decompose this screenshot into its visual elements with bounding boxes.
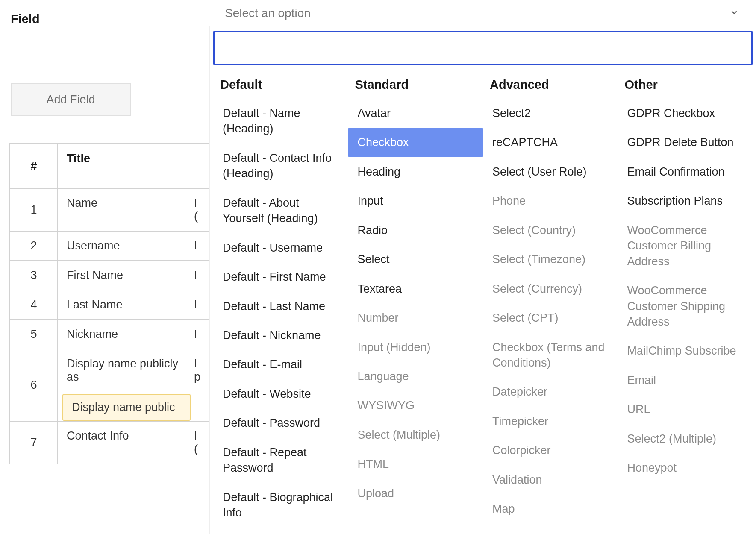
row-title: First Name	[58, 261, 191, 290]
option-item[interactable]: Default - About Yourself (Heading)	[213, 188, 348, 233]
option-item[interactable]: Map	[483, 494, 618, 523]
option-item[interactable]: Input (Hidden)	[348, 333, 483, 362]
option-list: Select2reCAPTCHASelect (User Role)PhoneS…	[483, 99, 618, 524]
chevron-down-icon	[730, 6, 739, 20]
option-item[interactable]: reCAPTCHA	[483, 128, 618, 157]
row-number: 5	[10, 320, 58, 349]
option-item[interactable]: Timepicker	[483, 407, 618, 436]
option-list: Default - Name (Heading)Default - Contac…	[213, 99, 348, 527]
option-item[interactable]: Input	[348, 186, 483, 215]
row-number: 3	[10, 261, 58, 290]
option-item[interactable]: Radio	[348, 216, 483, 245]
option-item[interactable]: Default - E-mail	[213, 350, 348, 379]
row-title: Contact Info	[58, 421, 191, 464]
option-item[interactable]: Select (Country)	[483, 216, 618, 245]
table-row[interactable]: 4Last NameI	[10, 290, 209, 320]
table-header-cut	[191, 144, 209, 188]
option-item[interactable]: Subscription Plans	[618, 186, 753, 215]
option-item[interactable]: Default - First Name	[213, 262, 348, 291]
option-item[interactable]: Select (Currency)	[483, 274, 618, 303]
table-header-num: #	[10, 144, 58, 188]
option-item[interactable]: Default - Website	[213, 379, 348, 408]
row-right-cut: I	[191, 320, 209, 349]
option-list: GDPR CheckboxGDPR Delete ButtonEmail Con…	[618, 99, 753, 483]
dropdown-placeholder: Select an option	[225, 6, 311, 20]
option-item[interactable]: Select (Multiple)	[348, 420, 483, 449]
option-item[interactable]: Select	[348, 245, 483, 274]
row-number: 6	[10, 349, 58, 421]
table-header-title: Title	[58, 144, 191, 188]
option-list: AvatarCheckboxHeadingInputRadioSelectTex…	[348, 99, 483, 508]
row-title: Nickname	[58, 320, 191, 349]
row-title-text: Display name publicly as	[58, 349, 191, 391]
option-item[interactable]: MailChimp Subscribe	[618, 336, 753, 365]
option-item[interactable]: Default - Username	[213, 233, 348, 262]
row-title: Display name publicly asDisplay name pub…	[58, 349, 191, 421]
option-item[interactable]: GDPR Delete Button	[618, 128, 753, 157]
option-item[interactable]: WooCommerce Customer Shipping Address	[618, 276, 753, 336]
field-type-dropdown[interactable]: Select an option	[209, 0, 756, 26]
option-column: AdvancedSelect2reCAPTCHASelect (User Rol…	[483, 74, 618, 527]
option-item[interactable]: Colorpicker	[483, 436, 618, 465]
dropdown-panel: DefaultDefault - Name (Heading)Default -…	[209, 26, 756, 534]
option-item[interactable]: Select2 (Multiple)	[618, 424, 753, 453]
row-number: 1	[10, 188, 58, 231]
row-right-cut: I	[191, 231, 209, 261]
table-row[interactable]: 1NameI (	[10, 188, 209, 231]
option-item[interactable]: Default - Repeat Password	[213, 438, 348, 483]
option-item[interactable]: Default - Password	[213, 408, 348, 437]
option-item[interactable]: Checkbox (Terms and Conditions)	[483, 333, 618, 378]
option-item[interactable]: Upload	[348, 479, 483, 508]
option-column: DefaultDefault - Name (Heading)Default -…	[213, 74, 348, 527]
row-number: 4	[10, 290, 58, 320]
table-row[interactable]: 5NicknameI	[10, 320, 209, 349]
option-item[interactable]: Avatar	[348, 99, 483, 128]
option-item[interactable]: WooCommerce Customer Billing Address	[618, 216, 753, 276]
option-item[interactable]: Validation	[483, 465, 618, 494]
row-number: 2	[10, 231, 58, 261]
option-item[interactable]: Default - Nickname	[213, 321, 348, 350]
option-item[interactable]: HTML	[348, 449, 483, 478]
option-item[interactable]: Default - Last Name	[213, 292, 348, 321]
row-tooltip: Display name public	[62, 394, 191, 421]
table-row[interactable]: 3First NameI	[10, 261, 209, 290]
option-item[interactable]: Honeypot	[618, 453, 753, 482]
option-item[interactable]: Heading	[348, 157, 483, 186]
add-field-button[interactable]: Add Field	[11, 83, 131, 116]
option-item[interactable]: Default - Contact Info (Heading)	[213, 144, 348, 188]
option-item[interactable]: Select (User Role)	[483, 157, 618, 186]
row-right-cut: I	[191, 290, 209, 320]
table-row[interactable]: 6Display name publicly asDisplay name pu…	[10, 349, 209, 421]
option-column-header: Advanced	[483, 74, 618, 99]
row-right-cut: I (	[191, 188, 209, 231]
option-item[interactable]: Email	[618, 366, 753, 395]
row-right-cut: I	[191, 261, 209, 290]
option-item[interactable]: GDPR Checkbox	[618, 99, 753, 128]
option-item[interactable]: Number	[348, 303, 483, 332]
option-item[interactable]: Select (Timezone)	[483, 245, 618, 274]
option-item[interactable]: Email Confirmation	[618, 157, 753, 186]
fields-table: # Title 1NameI (2UsernameI3First NameI4L…	[9, 143, 209, 464]
option-column-header: Default	[213, 74, 348, 99]
option-item[interactable]: Language	[348, 362, 483, 391]
option-item[interactable]: Default - Biographical Info	[213, 483, 348, 528]
row-right-cut: I p	[191, 349, 209, 421]
option-column-header: Standard	[348, 74, 483, 99]
option-column-header: Other	[618, 74, 753, 99]
option-item[interactable]: WYSIWYG	[348, 391, 483, 420]
option-item[interactable]: Phone	[483, 186, 618, 215]
option-item[interactable]: Datepicker	[483, 377, 618, 406]
option-item[interactable]: Select (CPT)	[483, 303, 618, 332]
row-title: Name	[58, 188, 191, 231]
row-right-cut: I (	[191, 421, 209, 464]
option-item[interactable]: Select2	[483, 99, 618, 128]
option-item[interactable]: Default - Name (Heading)	[213, 99, 348, 144]
table-row[interactable]: 7Contact InfoI (	[10, 421, 209, 464]
row-title: Last Name	[58, 290, 191, 320]
row-number: 7	[10, 421, 58, 464]
option-item[interactable]: Textarea	[348, 274, 483, 303]
table-row[interactable]: 2UsernameI	[10, 231, 209, 261]
search-input[interactable]	[213, 31, 753, 65]
option-item[interactable]: Checkbox	[348, 128, 483, 157]
option-item[interactable]: URL	[618, 395, 753, 424]
